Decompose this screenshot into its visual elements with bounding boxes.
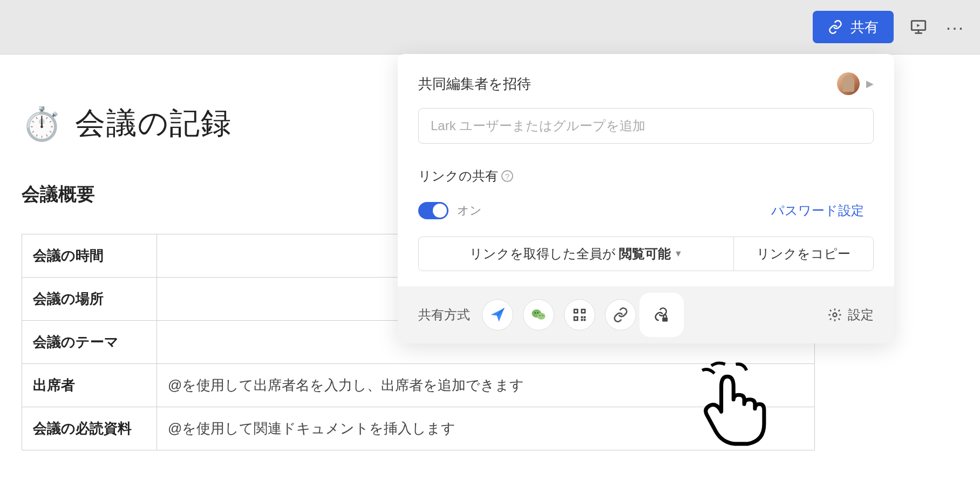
- row-label: 会議の時間: [22, 234, 157, 278]
- present-icon: [909, 18, 928, 36]
- send-icon: [489, 307, 506, 323]
- invite-title: 共同編集者を招待: [418, 75, 531, 93]
- row-label: 会議の場所: [22, 278, 157, 321]
- settings-label: 設定: [848, 306, 874, 323]
- toggle-state-label: オン: [457, 203, 482, 219]
- share-secure-link-button[interactable]: [646, 299, 677, 331]
- svg-point-3: [535, 312, 536, 314]
- link-icon: [828, 19, 843, 35]
- table-row: 会議の必読資料 @を使用して関連ドキュメントを挿入します: [22, 407, 815, 450]
- link-permission-dropdown[interactable]: リンクを取得した全員が 閲覧可能 ▼: [418, 237, 733, 271]
- svg-rect-16: [584, 319, 586, 321]
- copy-link-button[interactable]: リンクをコピー: [733, 237, 874, 271]
- row-label: 出席者: [22, 364, 157, 407]
- invite-input[interactable]: [418, 108, 874, 144]
- share-popover: 共同編集者を招待 ▶ リンクの共有 ? オン パスワード設定 リンクを取: [398, 54, 894, 343]
- qr-icon: [571, 307, 588, 323]
- link-lock-icon: [654, 307, 670, 323]
- share-link-button[interactable]: [605, 299, 636, 331]
- svg-rect-17: [662, 318, 668, 322]
- help-icon[interactable]: ?: [501, 170, 513, 182]
- top-bar: 共有 ···: [0, 0, 980, 54]
- svg-point-6: [542, 315, 543, 316]
- chevron-right-icon[interactable]: ▶: [866, 78, 874, 90]
- share-qr-button[interactable]: [564, 299, 595, 331]
- link-icon: [612, 307, 629, 323]
- link-share-toggle[interactable]: [418, 202, 448, 219]
- perm-prefix: リンクを取得した全員が: [469, 245, 616, 262]
- svg-point-4: [537, 312, 539, 314]
- row-label: 会議の必読資料: [22, 407, 157, 450]
- share-methods-label: 共有方式: [418, 306, 470, 323]
- perm-value: 閲覧可能: [619, 245, 671, 262]
- present-button[interactable]: [907, 15, 930, 39]
- row-value[interactable]: @を使用して関連ドキュメントを挿入します: [157, 407, 815, 450]
- more-icon: ···: [946, 18, 964, 36]
- svg-point-5: [540, 315, 541, 316]
- share-button-label: 共有: [850, 18, 879, 37]
- link-share-title: リンクの共有: [418, 167, 498, 185]
- svg-rect-8: [575, 310, 577, 312]
- svg-point-18: [833, 313, 837, 317]
- wechat-icon: [530, 307, 547, 323]
- svg-point-2: [537, 313, 546, 320]
- doc-title: 会議の記録: [75, 103, 232, 144]
- svg-rect-10: [582, 310, 584, 312]
- row-label: 会議のテーマ: [22, 321, 157, 364]
- svg-rect-13: [581, 316, 583, 319]
- doc-emoji: ⏱️: [22, 105, 62, 143]
- share-button[interactable]: 共有: [813, 11, 894, 43]
- gear-icon: [827, 307, 842, 322]
- avatar[interactable]: [837, 72, 860, 95]
- svg-rect-12: [575, 318, 577, 320]
- svg-rect-15: [581, 319, 583, 321]
- table-row: 出席者 @を使用して出席者名を入力し、出席者を追加できます: [22, 364, 815, 407]
- row-value[interactable]: @を使用して出席者名を入力し、出席者を追加できます: [157, 364, 815, 407]
- settings-button[interactable]: 設定: [827, 306, 874, 323]
- more-button[interactable]: ···: [943, 15, 967, 39]
- password-settings-link[interactable]: パスワード設定: [761, 195, 874, 226]
- share-lark-button[interactable]: [482, 299, 513, 331]
- svg-rect-14: [584, 316, 586, 319]
- chevron-down-icon: ▼: [674, 249, 683, 259]
- share-wechat-button[interactable]: [523, 299, 554, 331]
